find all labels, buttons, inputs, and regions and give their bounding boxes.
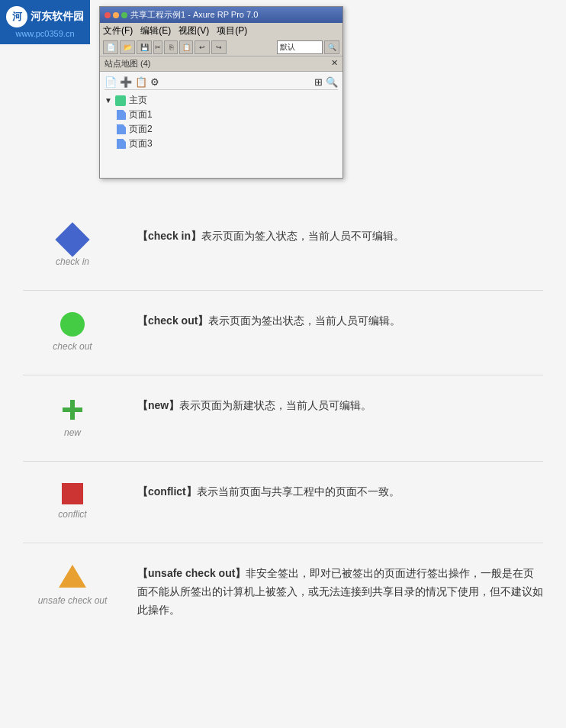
conflict-keyword: 【conflict】 xyxy=(137,485,197,498)
new-plus-svg xyxy=(61,398,84,421)
new-desc-body: 表示页面为新建状态，当前人员可编辑。 xyxy=(179,399,371,411)
new-keyword: 【new】 xyxy=(137,399,179,411)
check-in-desc-body: 表示页面为签入状态，当前人员不可编辑。 xyxy=(201,230,404,242)
conflict-icon-cell: conflict xyxy=(23,477,122,520)
separator-4 xyxy=(23,543,543,543)
check-out-icon-cell: check out xyxy=(23,306,122,352)
menu-view[interactable]: 视图(V) xyxy=(178,24,209,37)
axure-menubar: 文件(F) 编辑(E) 视图(V) 项目(P) xyxy=(100,23,342,39)
logo-title: 河东软件园 xyxy=(31,10,84,24)
menu-file[interactable]: 文件(F) xyxy=(103,24,133,37)
logo-icon-char: 河 xyxy=(12,10,22,24)
tree-tool-settings[interactable]: ⚙ xyxy=(150,76,159,88)
conflict-square-icon xyxy=(62,483,83,504)
tree-item-page3[interactable]: 页面3 xyxy=(105,137,338,151)
toolbar-btn-undo[interactable]: ↩ xyxy=(195,40,210,54)
tree-label-page3: 页面3 xyxy=(129,137,153,150)
toolbar-btn-copy[interactable]: ⎘ xyxy=(164,40,178,54)
axure-window-screenshot: 共享工程示例1 - Axure RP Pro 7.0 文件(F) 编辑(E) 视… xyxy=(99,6,343,179)
panel-header: 站点地图 (4) ✕ xyxy=(100,56,342,72)
axure-window-title: 共享工程示例1 - Axure RP Pro 7.0 xyxy=(130,9,258,21)
tree-item-page1[interactable]: 页面1 xyxy=(105,108,338,122)
panel-tree: 📄 ➕ 📋 ⚙ ⊞ 🔍 ▼ 主页 页面1 页面2 xyxy=(100,72,342,154)
check-out-label: check out xyxy=(53,341,92,352)
tree-arrow: ▼ xyxy=(105,96,112,105)
check-out-description: 【check out】表示页面为签出状态，当前人员可编辑。 xyxy=(137,306,543,330)
new-description: 【new】表示页面为新建状态，当前人员可编辑。 xyxy=(137,391,543,415)
tree-item-page2[interactable]: 页面2 xyxy=(105,122,338,137)
axure-titlebar: 共享工程示例1 - Axure RP Pro 7.0 xyxy=(100,7,342,23)
tree-label-page2: 页面2 xyxy=(129,123,153,136)
separator-3 xyxy=(23,461,543,462)
panel-title: 站点地图 (4) xyxy=(105,58,151,69)
tree-label-home: 主页 xyxy=(129,94,147,107)
window-maximize-btn xyxy=(121,12,127,18)
tree-page3-icon xyxy=(117,139,126,149)
new-plus-icon xyxy=(59,397,85,423)
check-out-keyword: 【check out】 xyxy=(137,314,208,327)
unsafe-check-out-description: 【unsafe check out】非安全签出，即对已被签出的页面进行签出操作，… xyxy=(137,559,543,619)
unsafe-check-out-keyword: 【unsafe check out】 xyxy=(137,567,246,579)
window-close-btn xyxy=(105,12,111,18)
check-in-label: check in xyxy=(56,256,89,267)
check-in-icon-cell: check in xyxy=(23,221,122,267)
main-content: check in 【check in】表示页面为签入状态，当前人员不可编辑。 c… xyxy=(0,214,566,665)
toolbar-btn-redo[interactable]: ↪ xyxy=(211,40,227,54)
check-in-description: 【check in】表示页面为签入状态，当前人员不可编辑。 xyxy=(137,221,543,246)
axure-site-panel: 站点地图 (4) ✕ 📄 ➕ 📋 ⚙ ⊞ 🔍 ▼ 主页 页面1 xyxy=(100,56,342,178)
svg-rect-1 xyxy=(63,407,82,412)
conflict-row: conflict 【conflict】表示当前页面与共享工程中的页面不一致。 xyxy=(23,477,543,520)
conflict-description: 【conflict】表示当前页面与共享工程中的页面不一致。 xyxy=(137,477,543,501)
check-out-circle-icon xyxy=(60,312,85,337)
tree-tool-more[interactable]: 📋 xyxy=(135,76,147,88)
tree-page2-icon xyxy=(117,124,126,134)
new-icon-cell: new xyxy=(23,391,122,438)
check-in-keyword: 【check in】 xyxy=(137,230,201,242)
unsafe-check-out-icon-cell: unsafe check out xyxy=(23,559,122,606)
logo-area: 河 河东软件园 www.pc0359.cn xyxy=(0,0,90,44)
logo-subtitle: www.pc0359.cn xyxy=(15,29,74,38)
window-minimize-btn xyxy=(113,12,119,18)
tree-label-page1: 页面1 xyxy=(129,108,153,121)
check-in-row: check in 【check in】表示页面为签入状态，当前人员不可编辑。 xyxy=(23,221,543,267)
separator-2 xyxy=(23,375,543,375)
axure-toolbar: 📄 📂 💾 ✂ ⎘ 📋 ↩ ↪ 默认 🔍 xyxy=(100,39,342,56)
unsafe-check-out-label: unsafe check out xyxy=(38,595,108,606)
tree-home-icon xyxy=(115,95,126,106)
tree-page1-icon xyxy=(117,110,126,120)
new-row: new 【new】表示页面为新建状态，当前人员可编辑。 xyxy=(23,391,543,438)
menu-project[interactable]: 项目(P) xyxy=(217,24,247,37)
toolbar-btn-open[interactable]: 📂 xyxy=(120,40,135,54)
check-out-row: check out 【check out】表示页面为签出状态，当前人员可编辑。 xyxy=(23,306,543,352)
unsafe-check-out-triangle-icon xyxy=(59,565,86,588)
tree-item-home[interactable]: ▼ 主页 xyxy=(105,93,338,108)
separator-1 xyxy=(23,290,543,291)
toolbar-btn-search[interactable]: 🔍 xyxy=(324,40,339,54)
tree-tool-add[interactable]: ➕ xyxy=(120,76,132,88)
panel-controls: ✕ xyxy=(331,58,338,69)
toolbar-dropdown[interactable]: 默认 xyxy=(277,40,323,54)
new-label: new xyxy=(64,427,81,438)
check-in-diamond-icon xyxy=(55,222,89,256)
check-out-desc-body: 表示页面为签出状态，当前人员可编辑。 xyxy=(208,314,400,327)
menu-edit[interactable]: 编辑(E) xyxy=(140,24,171,37)
conflict-label: conflict xyxy=(58,509,86,520)
toolbar-btn-new[interactable]: 📄 xyxy=(103,40,118,54)
tree-tool-grid[interactable]: ⊞ xyxy=(314,76,323,88)
toolbar-btn-cut[interactable]: ✂ xyxy=(153,40,162,54)
tree-tool-page[interactable]: 📄 xyxy=(105,76,117,88)
conflict-desc-body: 表示当前页面与共享工程中的页面不一致。 xyxy=(197,485,400,498)
unsafe-check-out-row: unsafe check out 【unsafe check out】非安全签出… xyxy=(23,559,543,619)
logo-icon: 河 xyxy=(6,6,27,27)
toolbar-btn-paste[interactable]: 📋 xyxy=(179,40,193,54)
tree-tool-search[interactable]: 🔍 xyxy=(326,76,338,88)
toolbar-btn-save[interactable]: 💾 xyxy=(137,40,152,54)
